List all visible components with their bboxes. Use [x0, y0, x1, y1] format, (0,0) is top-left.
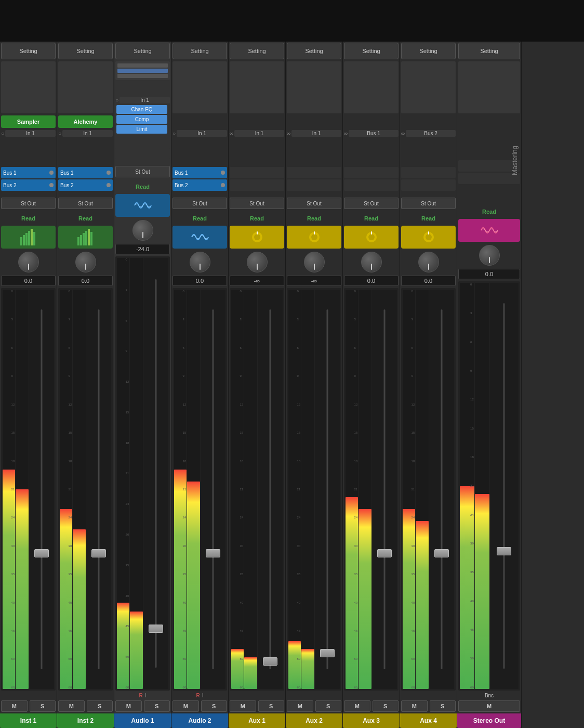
send-button-bus1-audio2[interactable]: Bus 1	[172, 167, 227, 178]
read-button-audio2[interactable]: Read	[172, 213, 227, 224]
setting-button-audio1[interactable]: Setting	[115, 43, 170, 59]
fader-track-stereo_out[interactable]	[490, 283, 519, 689]
input-label-aux2[interactable]: In 1	[291, 130, 341, 137]
setting-button-aux3[interactable]: Setting	[344, 43, 399, 59]
output-button-aux4[interactable]: St Out	[401, 198, 456, 209]
instrument-button-inst1[interactable]: Sampler	[1, 115, 56, 128]
output-button-audio2[interactable]: St Out	[172, 198, 227, 209]
read-button-inst1[interactable]: Read	[1, 213, 56, 224]
vu-meter-audio1[interactable]	[115, 194, 170, 217]
setting-button-aux2[interactable]: Setting	[287, 43, 341, 59]
output-button-aux3[interactable]: St Out	[344, 198, 399, 209]
pan-knob-audio1[interactable]	[132, 220, 153, 241]
solo-button-inst1[interactable]: S	[30, 700, 56, 712]
fader-handle-inst1[interactable]	[34, 549, 49, 557]
solo-button-audio1[interactable]: S	[144, 700, 170, 712]
fader-handle-aux1[interactable]	[263, 657, 277, 666]
mute-button-audio1[interactable]: M	[115, 700, 142, 712]
pan-knob-stereo_out[interactable]	[479, 245, 500, 266]
output-button-aux1[interactable]: St Out	[230, 198, 284, 209]
pan-knob-aux3[interactable]	[361, 252, 382, 272]
pan-knob-aux4[interactable]	[418, 252, 439, 272]
output-button-audio1[interactable]: St Out	[115, 166, 170, 177]
vu-meter-aux3[interactable]	[344, 226, 399, 249]
send-button-bus1-inst2[interactable]: Bus 1	[58, 167, 113, 178]
channel-label-stereo_out[interactable]: Stereo Out	[457, 713, 521, 728]
setting-button-stereo_out[interactable]: Setting	[458, 43, 520, 59]
vu-meter-aux4[interactable]	[401, 226, 456, 249]
fader-handle-aux3[interactable]	[377, 549, 392, 557]
solo-button-aux2[interactable]: S	[315, 700, 342, 712]
fader-handle-aux4[interactable]	[434, 549, 449, 557]
channel-label-inst1[interactable]: Inst 1	[0, 713, 57, 728]
solo-button-aux1[interactable]: S	[258, 700, 285, 712]
solo-button-aux3[interactable]: S	[373, 700, 399, 712]
fader-track-aux4[interactable]	[429, 290, 455, 689]
fader-handle-aux2[interactable]	[320, 649, 335, 657]
vu-meter-aux1[interactable]	[230, 226, 284, 249]
input-label-audio1[interactable]: In 1	[120, 97, 170, 103]
mute-button-inst1[interactable]: M	[1, 700, 28, 712]
send-button-bus1-inst1[interactable]: Bus 1	[1, 167, 56, 178]
fader-track-inst1[interactable]	[29, 290, 55, 689]
volume-value-aux3[interactable]: 0.0	[344, 276, 399, 286]
fader-track-audio2[interactable]	[201, 290, 226, 689]
input-label-aux3[interactable]: Bus 1	[349, 130, 399, 137]
read-button-aux2[interactable]: Read	[287, 213, 341, 224]
read-button-audio1[interactable]: Read	[115, 181, 170, 192]
pan-knob-aux2[interactable]	[304, 252, 325, 272]
vu-meter-stereo_out[interactable]	[458, 219, 520, 242]
mute-button-aux4[interactable]: M	[401, 700, 428, 712]
fader-track-aux3[interactable]	[372, 290, 397, 689]
instrument-button-inst2[interactable]: Alchemy	[58, 115, 113, 128]
volume-value-audio2[interactable]: 0.0	[172, 276, 227, 286]
volume-value-aux1[interactable]: -∞	[230, 276, 284, 286]
send-button-bus2-inst2[interactable]: Bus 2	[58, 179, 113, 191]
output-button-inst1[interactable]: St Out	[1, 198, 56, 209]
setting-button-aux4[interactable]: Setting	[401, 43, 456, 59]
mute-button-aux3[interactable]: M	[344, 700, 370, 712]
fader-handle-stereo_out[interactable]	[497, 547, 511, 555]
input-label-aux4[interactable]: Bus 2	[406, 130, 456, 137]
setting-button-audio2[interactable]: Setting	[172, 43, 227, 59]
input-label-inst2[interactable]: In 1	[62, 130, 113, 137]
plugin-button-chan-eq[interactable]: Chan EQ	[116, 105, 167, 114]
mute-button-aux1[interactable]: M	[230, 700, 256, 712]
read-button-stereo_out[interactable]: Read	[458, 206, 520, 217]
setting-button-inst1[interactable]: Setting	[1, 43, 56, 59]
channel-label-audio2[interactable]: Audio 2	[171, 713, 228, 728]
send-button-bus2-audio2[interactable]: Bus 2	[172, 179, 227, 191]
setting-button-inst2[interactable]: Setting	[58, 43, 113, 59]
vu-meter-inst2[interactable]	[58, 226, 113, 249]
mute-button-inst2[interactable]: M	[58, 700, 85, 712]
pan-knob-inst2[interactable]	[75, 252, 96, 272]
solo-button-audio2[interactable]: S	[201, 700, 228, 712]
read-button-aux3[interactable]: Read	[344, 213, 399, 224]
read-button-aux4[interactable]: Read	[401, 213, 456, 224]
fader-handle-inst2[interactable]	[91, 549, 106, 557]
volume-value-inst2[interactable]: 0.0	[58, 276, 113, 286]
volume-value-inst1[interactable]: 0.0	[1, 276, 56, 286]
solo-button-aux4[interactable]: S	[430, 700, 456, 712]
output-button-inst2[interactable]: St Out	[58, 198, 113, 209]
fader-track-inst2[interactable]	[86, 290, 112, 689]
plugin-button-comp[interactable]: Comp	[116, 115, 167, 124]
input-label-audio2[interactable]: In 1	[177, 130, 227, 137]
mute-button-audio2[interactable]: M	[172, 700, 199, 712]
vu-meter-aux2[interactable]	[287, 226, 341, 249]
mute-button-stereo_out[interactable]: M	[458, 700, 520, 712]
vu-meter-audio2[interactable]	[172, 226, 227, 249]
channel-label-aux1[interactable]: Aux 1	[229, 713, 285, 728]
solo-button-inst2[interactable]: S	[87, 700, 113, 712]
channel-label-audio1[interactable]: Audio 1	[114, 713, 171, 728]
channel-label-aux3[interactable]: Aux 3	[343, 713, 400, 728]
input-label-aux1[interactable]: In 1	[234, 130, 284, 137]
fader-track-aux2[interactable]	[315, 290, 340, 689]
pan-knob-audio2[interactable]	[190, 252, 210, 272]
mute-button-aux2[interactable]: M	[287, 700, 313, 712]
plugin-button-limit[interactable]: Limit	[116, 125, 167, 134]
volume-value-aux2[interactable]: -∞	[287, 276, 341, 286]
volume-value-aux4[interactable]: 0.0	[401, 276, 456, 286]
fader-track-aux1[interactable]	[258, 290, 283, 689]
pan-knob-aux1[interactable]	[247, 252, 268, 272]
